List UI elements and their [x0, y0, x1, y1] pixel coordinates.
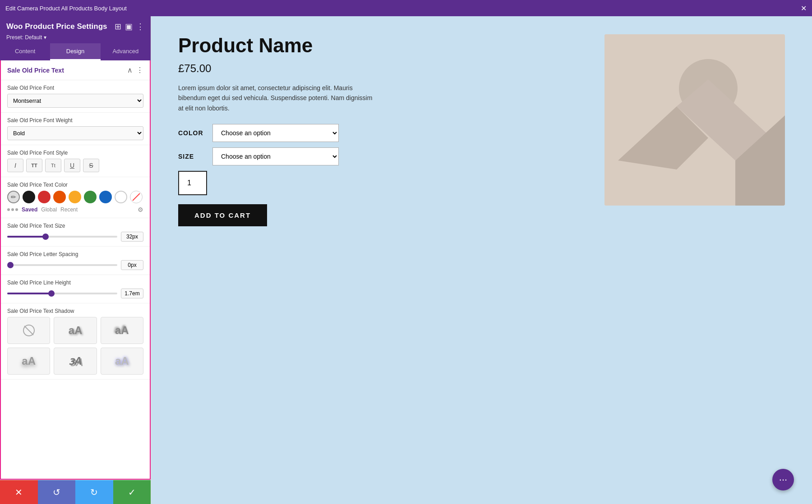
font-weight-select[interactable]: Bold [7, 126, 143, 140]
color-red[interactable] [38, 191, 51, 203]
font-weight-group: Sale Old Price Font Weight Bold [1, 113, 150, 145]
text-size-slider-row: 32px [7, 232, 143, 242]
sidebar-header-icons: ⊞ ▣ ⋮ [115, 22, 144, 32]
product-price: £75.00 [178, 62, 586, 75]
shadow-none[interactable] [7, 317, 50, 344]
color-option-row: COLOR Choose an option [178, 124, 586, 142]
preset-selector[interactable]: Preset: Default ▾ [6, 34, 144, 41]
letter-spacing-track[interactable] [7, 264, 117, 266]
font-select[interactable]: Montserrat [7, 94, 143, 108]
color-tab-saved[interactable]: Saved [22, 206, 37, 213]
redo-button[interactable]: ↻ [75, 480, 113, 504]
sidebar-header: Woo Product Price Settings ⊞ ▣ ⋮ Preset:… [0, 16, 151, 43]
product-name: Product Name [178, 34, 586, 57]
undo-button[interactable]: ↺ [38, 480, 76, 504]
shadow-glow[interactable]: aA [101, 348, 143, 375]
color-tab-bar: Saved Global Recent ⚙ [7, 206, 143, 213]
italic-button[interactable]: I [7, 159, 23, 172]
color-label: COLOR [178, 129, 205, 137]
color-tab-global[interactable]: Global [41, 206, 57, 213]
product-layout: Product Name £75.00 Lorem ipsum dolor si… [178, 34, 785, 226]
expand-icon[interactable]: ⊞ [115, 22, 121, 32]
sidebar-title: Woo Product Price Settings [6, 22, 107, 31]
section-title: Sale Old Price Text [7, 67, 64, 74]
top-bar: Edit Camera Product All Products Body La… [0, 0, 812, 16]
fab-button[interactable]: ··· [772, 469, 794, 490]
letter-spacing-value[interactable]: 0px [121, 260, 143, 270]
capitalize-button[interactable]: Tt [45, 159, 61, 172]
cancel-button[interactable]: ✕ [0, 480, 38, 504]
dots [7, 208, 18, 211]
quantity-input[interactable] [178, 171, 207, 195]
shadow-italic[interactable]: ɜA [54, 348, 97, 375]
section-menu-icon[interactable]: ⋮ [136, 66, 143, 74]
eyedropper-swatch[interactable]: ✏ [7, 191, 20, 203]
text-color-label: Sale Old Price Text Color [7, 182, 143, 188]
color-tab-recent[interactable]: Recent [60, 206, 78, 213]
font-style-label: Sale Old Price Font Style [7, 150, 143, 156]
panel-content: Sale Old Price Text ∧ ⋮ Sale Old Price F… [0, 60, 151, 480]
svg-line-0 [133, 193, 140, 201]
layout-icon[interactable]: ▣ [125, 22, 133, 32]
shadow-bottom[interactable]: aA [7, 348, 50, 375]
preview-area: Product Name £75.00 Lorem ipsum dolor si… [151, 16, 812, 504]
product-info: Product Name £75.00 Lorem ipsum dolor si… [178, 34, 586, 226]
strikethrough-button[interactable]: S [83, 159, 99, 172]
color-orange[interactable] [53, 191, 66, 203]
confirm-button[interactable]: ✓ [113, 480, 151, 504]
add-to-cart-button[interactable]: ADD TO CART [178, 204, 267, 226]
color-select[interactable]: Choose an option [212, 124, 339, 142]
size-select[interactable]: Choose an option [212, 147, 339, 165]
color-settings-icon[interactable]: ⚙ [138, 206, 143, 213]
line-height-value[interactable]: 1.7em [121, 289, 143, 298]
text-size-value[interactable]: 32px [121, 232, 143, 242]
text-size-label: Sale Old Price Text Size [7, 223, 143, 229]
tab-advanced[interactable]: Advanced [101, 43, 151, 60]
color-none[interactable] [130, 191, 143, 203]
underline-button[interactable]: U [64, 159, 80, 172]
shadow-hard[interactable]: aA [101, 317, 143, 344]
color-blue[interactable] [99, 191, 112, 203]
color-swatches: ✏ [7, 191, 143, 203]
more-icon[interactable]: ⋮ [136, 22, 144, 32]
color-black[interactable] [23, 191, 35, 203]
text-size-track[interactable] [7, 236, 117, 238]
product-image [604, 34, 785, 206]
fab-icon: ··· [779, 474, 787, 486]
letter-spacing-group: Sale Old Price Letter Spacing 0px [1, 247, 150, 275]
color-yellow[interactable] [69, 191, 81, 203]
main-layout: Woo Product Price Settings ⊞ ▣ ⋮ Preset:… [0, 16, 812, 504]
svg-line-2 [24, 326, 33, 335]
font-label: Sale Old Price Font [7, 85, 143, 91]
line-height-slider-row: 1.7em [7, 289, 143, 298]
font-style-group: Sale Old Price Font Style I TT Tt U S [1, 145, 150, 177]
font-style-buttons: I TT Tt U S [7, 159, 143, 172]
color-white[interactable] [115, 191, 127, 203]
font-weight-label: Sale Old Price Font Weight [7, 117, 143, 124]
tab-content[interactable]: Content [0, 43, 50, 60]
shadow-soft[interactable]: aA [54, 317, 97, 344]
tab-design[interactable]: Design [50, 43, 100, 60]
line-height-track[interactable] [7, 293, 117, 294]
size-option-row: SIZE Choose an option [178, 147, 586, 165]
sidebar: Woo Product Price Settings ⊞ ▣ ⋮ Preset:… [0, 16, 151, 504]
letter-spacing-slider-row: 0px [7, 260, 143, 270]
collapse-icon[interactable]: ∧ [127, 66, 133, 74]
text-color-group: Sale Old Price Text Color ✏ [1, 177, 150, 218]
text-shadow-label: Sale Old Price Text Shadow [7, 308, 143, 314]
line-height-label: Sale Old Price Line Height [7, 279, 143, 286]
text-size-group: Sale Old Price Text Size 32px [1, 218, 150, 247]
line-height-group: Sale Old Price Line Height 1.7em [1, 275, 150, 303]
letter-spacing-label: Sale Old Price Letter Spacing [7, 251, 143, 257]
font-group: Sale Old Price Font Montserrat [1, 80, 150, 113]
product-description: Lorem ipsum dolor sit amet, consectetur … [178, 83, 377, 113]
close-icon[interactable]: ✕ [801, 4, 807, 13]
tab-bar: Content Design Advanced [0, 43, 151, 60]
shadow-options: aA aA aA ɜA aA [7, 317, 143, 375]
size-label: SIZE [178, 153, 205, 160]
color-green[interactable] [84, 191, 97, 203]
bottom-bar: ✕ ↺ ↻ ✓ [0, 480, 151, 504]
top-bar-title: Edit Camera Product All Products Body La… [5, 5, 127, 12]
uppercase-button[interactable]: TT [26, 159, 42, 172]
text-shadow-group: Sale Old Price Text Shadow aA aA [1, 303, 150, 380]
